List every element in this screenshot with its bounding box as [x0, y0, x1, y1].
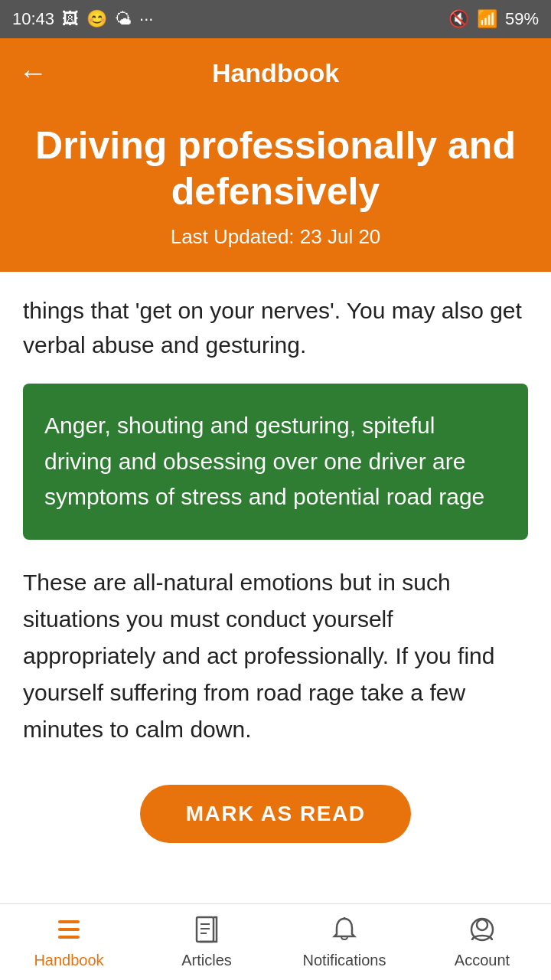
hero-header: Driving professionally and defensively L…: [0, 107, 551, 272]
back-button[interactable]: ←: [18, 58, 47, 87]
mark-read-container: MARK AS READ: [23, 785, 528, 843]
bottom-nav: Handbook Articles Notifications: [0, 903, 551, 980]
nav-handbook[interactable]: Handbook: [0, 904, 138, 980]
top-nav: ← Handbook: [0, 38, 551, 107]
main-text: These are all-natural emotions but in su…: [23, 564, 528, 748]
account-icon: [469, 916, 495, 947]
highlight-box: Anger, shouting and gesturing, spiteful …: [23, 384, 528, 540]
articles-label: Articles: [181, 952, 232, 969]
notifications-icon: [331, 916, 357, 947]
mark-as-read-button[interactable]: MARK AS READ: [140, 785, 412, 843]
battery-text: 59%: [505, 9, 539, 29]
smiley-icon: 😊: [86, 9, 107, 29]
articles-icon: [194, 916, 220, 947]
more-icon: ···: [139, 9, 153, 29]
article-content: things that 'get on your nerves'. You ma…: [0, 272, 551, 881]
account-label: Account: [455, 952, 510, 969]
intro-text: things that 'get on your nerves'. You ma…: [23, 293, 528, 362]
mute-icon: 🔇: [448, 9, 469, 29]
highlight-text: Anger, shouting and gesturing, spiteful …: [44, 408, 507, 515]
handbook-icon: [55, 916, 83, 947]
wifi-icon: 📶: [477, 9, 497, 29]
nav-account[interactable]: Account: [413, 904, 551, 980]
nav-notifications[interactable]: Notifications: [276, 904, 413, 980]
gallery-icon: 🖼: [62, 9, 79, 29]
svg-rect-1: [58, 928, 80, 931]
time: 10:43: [12, 9, 54, 29]
nav-articles[interactable]: Articles: [138, 904, 276, 980]
page-title: Handbook: [212, 58, 339, 88]
svg-point-8: [477, 920, 487, 930]
status-bar: 10:43 🖼 😊 🌤 ··· 🔇 📶 59%: [0, 0, 551, 38]
status-left: 10:43 🖼 😊 🌤 ···: [12, 9, 153, 29]
notifications-label: Notifications: [303, 952, 386, 969]
weather-icon: 🌤: [115, 9, 132, 29]
svg-rect-0: [58, 920, 80, 923]
handbook-label: Handbook: [34, 952, 103, 969]
article-title: Driving professionally and defensively: [23, 122, 528, 214]
last-updated: Last Updated: 23 Jul 20: [23, 225, 528, 249]
status-right: 🔇 📶 59%: [448, 9, 539, 29]
svg-rect-2: [58, 936, 80, 939]
